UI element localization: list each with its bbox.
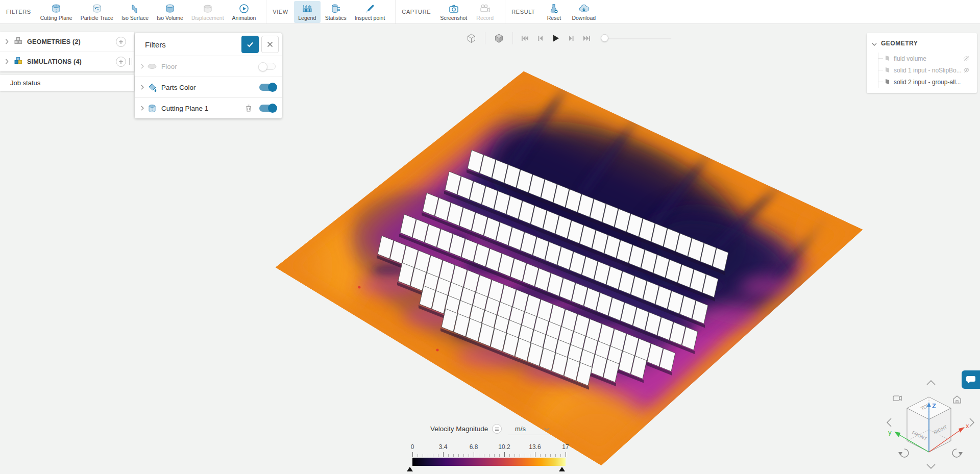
- filters-title: Filters: [145, 40, 241, 49]
- screenshot-label: Screenshot: [440, 15, 467, 21]
- tick-mark: [443, 452, 444, 457]
- tick-mark: [448, 454, 449, 457]
- floor-visibility-toggle[interactable]: [259, 63, 276, 70]
- tick-mark: [520, 454, 520, 457]
- skip-to-end-button[interactable]: [579, 35, 595, 42]
- add-geometry-button[interactable]: [116, 37, 126, 47]
- iso-volume-label: Iso Volume: [157, 15, 183, 21]
- project-tree-panel: GEOMETRIES (2) SIMULATIONS (4): [0, 32, 134, 71]
- tick-mark: [453, 454, 454, 457]
- toolbar-group-filters: FILTERS Cutting Plane Particle Trace Iso…: [0, 0, 266, 23]
- step-back-button[interactable]: [533, 35, 548, 42]
- rotate-up-button[interactable]: [927, 381, 935, 385]
- legend-button[interactable]: Legend: [294, 1, 321, 23]
- legend-field-row: Velocity Magnitude: [430, 424, 502, 434]
- chat-support-button[interactable]: [962, 370, 980, 389]
- timestep-slider[interactable]: [601, 34, 671, 42]
- rotate-down-button[interactable]: [927, 464, 935, 468]
- iso-surface-button[interactable]: Iso Surface: [118, 1, 152, 23]
- particle-trace-label: Particle Trace: [81, 15, 113, 21]
- roll-cw-button[interactable]: [952, 449, 963, 457]
- unit-value: m/s: [515, 425, 544, 433]
- screenshot-button[interactable]: Screenshot: [436, 1, 471, 23]
- cutting-plane-filter-icon: [147, 104, 157, 113]
- colorbar-min-handle[interactable]: [407, 467, 413, 471]
- sidebar-item-simulations[interactable]: SIMULATIONS (4): [0, 52, 134, 71]
- filter-row-cutting-plane-1[interactable]: Cutting Plane 1: [135, 97, 282, 118]
- home-view-button[interactable]: [953, 396, 961, 403]
- statistics-icon: [330, 3, 341, 14]
- panel-resize-handle[interactable]: [129, 58, 132, 65]
- animation-button[interactable]: Animation: [229, 1, 260, 23]
- wireframe-cube-button[interactable]: [462, 33, 481, 44]
- tick-label: 17: [562, 443, 569, 451]
- capture-group-label: CAPTURE: [402, 9, 431, 15]
- eye-off-icon[interactable]: [963, 67, 970, 73]
- shaded-cube-button[interactable]: [489, 33, 508, 44]
- tick-mark: [555, 454, 556, 457]
- filter-row-parts-color[interactable]: Parts Color: [135, 77, 282, 97]
- sheet-icon: [885, 78, 890, 87]
- reset-button[interactable]: Reset: [541, 1, 567, 23]
- floor-icon: [147, 63, 157, 69]
- cutting-plane-button[interactable]: Cutting Plane: [37, 1, 76, 23]
- slider-knob[interactable]: [601, 34, 608, 42]
- chevron-right-icon: [141, 83, 144, 92]
- tick-mark: [545, 454, 546, 457]
- parts-color-visibility-toggle[interactable]: [259, 84, 276, 91]
- geometry-item-solid-2[interactable]: solid 2 input - group-all...: [878, 76, 977, 88]
- camera-views-button[interactable]: [893, 396, 901, 401]
- unit-select[interactable]: m/s: [508, 422, 552, 435]
- close-filters-button[interactable]: [261, 36, 279, 53]
- inspect-point-button[interactable]: Inspect point: [351, 1, 389, 23]
- tick-mark: [469, 454, 469, 457]
- rotate-right-button[interactable]: [970, 418, 974, 427]
- legend-field-menu-button[interactable]: [492, 424, 502, 434]
- statistics-button[interactable]: Statistics: [322, 1, 350, 23]
- record-button[interactable]: Record: [472, 1, 498, 23]
- tick-mark: [463, 454, 464, 457]
- filters-panel-header: Filters: [135, 33, 282, 56]
- filter-row-floor[interactable]: Floor: [135, 56, 282, 77]
- svg-text:y: y: [888, 429, 892, 436]
- iso-volume-button[interactable]: Iso Volume: [153, 1, 187, 23]
- tick-mark: [535, 452, 535, 457]
- rotate-left-button[interactable]: [887, 418, 891, 427]
- eye-off-icon[interactable]: [963, 55, 970, 62]
- record-camera-icon: [479, 3, 491, 14]
- sheet-icon: [885, 54, 890, 63]
- sidebar-item-geometries[interactable]: GEOMETRIES (2): [0, 32, 134, 52]
- iso-surface-label: Iso Surface: [121, 15, 149, 21]
- job-status-panel[interactable]: Job status: [0, 75, 134, 91]
- particle-trace-button[interactable]: Particle Trace: [77, 1, 117, 23]
- geometry-header[interactable]: GEOMETRY: [867, 33, 977, 53]
- record-label: Record: [476, 15, 494, 21]
- geometry-item-fluid-volume[interactable]: fluid volume: [878, 53, 977, 64]
- skip-to-start-button[interactable]: [517, 35, 533, 42]
- roll-ccw-button[interactable]: [898, 449, 909, 457]
- play-button[interactable]: [548, 34, 564, 42]
- tick-label: 13.6: [529, 443, 541, 451]
- cutting-plane-1-visibility-toggle[interactable]: [259, 105, 276, 112]
- displacement-button[interactable]: Displacement: [188, 1, 228, 23]
- geometry-items: fluid volume solid 1 input - noSlipBo...…: [878, 53, 977, 88]
- apply-filters-button[interactable]: [241, 36, 259, 53]
- job-status-label: Job status: [10, 79, 40, 87]
- cutting-plane-1-filter-label: Cutting Plane 1: [161, 105, 245, 112]
- delete-cutting-plane-button[interactable]: [245, 104, 252, 112]
- add-simulation-button[interactable]: [116, 57, 126, 67]
- slider-track[interactable]: [606, 38, 671, 39]
- legend-icon: [302, 3, 313, 14]
- tick-mark: [428, 454, 428, 457]
- divider: [512, 32, 513, 44]
- geometry-item-solid-1[interactable]: solid 1 input - noSlipBo...: [878, 64, 977, 76]
- tick-mark: [499, 454, 500, 457]
- playback-controls: [462, 31, 671, 46]
- colorbar-max-handle[interactable]: [559, 467, 565, 471]
- geometry-item-label: solid 2 input - group-all...: [894, 79, 961, 86]
- tick-mark: [566, 452, 566, 457]
- step-forward-button[interactable]: [564, 35, 579, 42]
- displacement-label: Displacement: [191, 15, 224, 21]
- download-button[interactable]: Download: [568, 1, 599, 23]
- colorbar-tick-labels: 0 3.4 6.8 10.2 13.6 17: [412, 443, 566, 451]
